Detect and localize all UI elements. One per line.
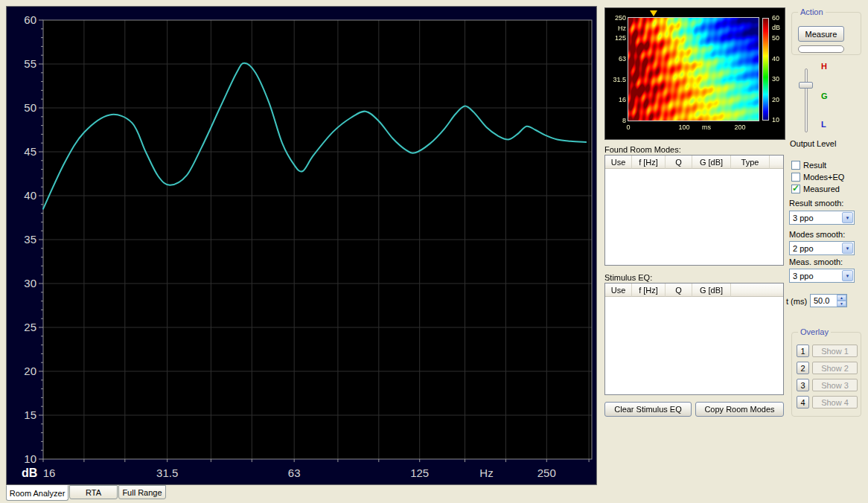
column-freq[interactable]: f [Hz] (632, 156, 666, 169)
measure-button[interactable]: Measure (798, 26, 844, 42)
stimulus-eq-body[interactable] (605, 297, 783, 394)
overlay-1-button[interactable]: 1 (797, 345, 809, 357)
column-gain[interactable]: G [dB] (692, 283, 731, 297)
stimulus-eq-label: Stimulus EQ: (604, 273, 652, 282)
checkbox-label: Result (803, 161, 826, 170)
clear-stimulus-eq-button[interactable]: Clear Stimulus EQ (604, 402, 692, 417)
column-type[interactable]: Type (731, 156, 770, 169)
frequency-response-chart: 10152025303540455055601631.563125Hz250dB (7, 7, 598, 486)
spec-y-label: 63 (605, 55, 626, 63)
show-2-button[interactable]: Show 2 (812, 362, 858, 374)
chevron-down-icon[interactable] (842, 212, 853, 223)
gate-time-label: t (ms) (786, 297, 807, 306)
svg-text:30: 30 (24, 277, 36, 289)
meas-smooth-select[interactable]: 3 ppo (789, 269, 855, 283)
result-smooth-label: Result smooth: (789, 199, 843, 208)
stimulus-eq-header: Use f [Hz] Q G [dB] (605, 283, 783, 297)
overlay-group: Overlay 1 Show 1 2 Show 2 3 Show 3 4 Sho… (791, 332, 861, 417)
column-filler (770, 156, 783, 169)
svg-text:10: 10 (24, 452, 36, 465)
tab-room-analyzer[interactable]: Room Analyzer (6, 485, 68, 501)
room-analyzer-window: 10152025303540455055601631.563125Hz250dB… (0, 0, 868, 503)
action-group-title: Action (798, 7, 826, 16)
found-room-modes-body[interactable] (605, 169, 783, 265)
svg-text:dB: dB (22, 467, 37, 479)
spec-cbar-label: 60 (772, 14, 779, 22)
spec-cbar-label: 30 (772, 75, 779, 83)
checkbox-modes-eq[interactable]: Modes+EQ (791, 172, 844, 182)
modes-smooth-label: Modes smooth: (789, 230, 845, 239)
svg-text:20: 20 (24, 365, 36, 377)
svg-text:Hz: Hz (479, 467, 493, 479)
svg-text:250: 250 (537, 467, 556, 479)
frequency-response-panel: 10152025303540455055601631.563125Hz250dB (6, 6, 597, 485)
spec-cbar-label: 10 (772, 116, 779, 124)
spec-cbar-label: 40 (772, 55, 779, 63)
chevron-down-icon[interactable] (842, 270, 853, 281)
chevron-down-icon[interactable] (842, 243, 853, 254)
column-use[interactable]: Use (605, 283, 632, 297)
spectrogram-heatmap (628, 18, 759, 121)
show-4-button[interactable]: Show 4 (812, 396, 858, 409)
svg-text:15: 15 (24, 409, 36, 421)
modes-smooth-value: 2 ppo (790, 244, 842, 253)
overlay-2-button[interactable]: 2 (797, 362, 809, 374)
tab-full-range[interactable]: Full Range (118, 485, 166, 499)
svg-text:35: 35 (24, 233, 36, 246)
checkbox-box[interactable] (791, 185, 800, 193)
spec-x-label: 100 (673, 124, 695, 131)
time-marker-icon[interactable] (650, 10, 657, 16)
spectrogram-panel: 250 Hz 125 63 31.5 16 8 0 100 ms 200 60 … (604, 7, 785, 140)
gate-time-spinner[interactable]: 50.0 ▲ ▼ (810, 294, 847, 307)
found-room-modes-label: Found Room Modes: (604, 145, 681, 154)
gate-time-value: 50.0 (811, 295, 837, 307)
action-group: Action Measure (791, 12, 861, 55)
spec-cbar-label: 20 (772, 96, 779, 103)
svg-text:50: 50 (24, 101, 36, 114)
spec-cbar-unit: dB (772, 24, 780, 31)
spec-cbar-label: 50 (772, 34, 779, 42)
svg-text:31.5: 31.5 (156, 467, 178, 479)
spin-down-icon[interactable]: ▼ (837, 301, 846, 307)
overlay-4-button[interactable]: 4 (797, 396, 809, 409)
level-high-label: H (821, 62, 827, 71)
checkbox-measured[interactable]: Measured (791, 184, 840, 193)
column-freq[interactable]: f [Hz] (632, 283, 666, 297)
checkbox-box[interactable] (791, 173, 800, 182)
svg-text:55: 55 (24, 57, 36, 70)
found-room-modes-table[interactable]: Use f [Hz] Q G [dB] Type (604, 155, 784, 266)
spec-x-label: 0 (617, 124, 639, 131)
copy-room-modes-button[interactable]: Copy Room Modes (695, 402, 784, 417)
show-3-button[interactable]: Show 3 (812, 379, 858, 391)
result-smooth-value: 3 ppo (790, 214, 842, 222)
column-gain[interactable]: G [dB] (692, 156, 731, 169)
checkbox-box[interactable] (791, 161, 800, 170)
overlay-group-title: Overlay (798, 327, 831, 336)
overlay-3-button[interactable]: 3 (797, 379, 809, 391)
svg-text:60: 60 (24, 13, 36, 26)
spin-up-icon[interactable]: ▲ (837, 295, 846, 301)
spec-y-label: 31.5 (605, 76, 626, 83)
spec-x-unit: ms (695, 124, 718, 131)
output-level-slider-thumb[interactable] (799, 82, 813, 89)
found-room-modes-header: Use f [Hz] Q G [dB] Type (605, 156, 783, 169)
spec-y-label: 125 (605, 34, 626, 42)
result-smooth-select[interactable]: 3 ppo (789, 211, 855, 225)
svg-text:40: 40 (24, 189, 36, 202)
column-use[interactable]: Use (605, 156, 632, 169)
spectrogram-colorbar (762, 18, 769, 121)
spec-x-label: 200 (729, 124, 751, 131)
output-level-slider-track[interactable] (805, 68, 808, 132)
stimulus-eq-table[interactable]: Use f [Hz] Q G [dB] (604, 283, 784, 395)
show-1-button[interactable]: Show 1 (812, 345, 858, 357)
checkbox-result[interactable]: Result (791, 160, 826, 170)
column-q[interactable]: Q (666, 156, 692, 169)
output-level-caption: Output Level (790, 139, 836, 148)
column-q[interactable]: Q (666, 283, 692, 297)
level-low-label: L (821, 120, 826, 129)
modes-smooth-select[interactable]: 2 ppo (789, 241, 855, 255)
checkbox-label: Measured (803, 185, 840, 193)
spec-y-label: 250 (605, 14, 626, 22)
svg-text:125: 125 (410, 467, 429, 479)
tab-rta[interactable]: RTA (69, 485, 118, 499)
